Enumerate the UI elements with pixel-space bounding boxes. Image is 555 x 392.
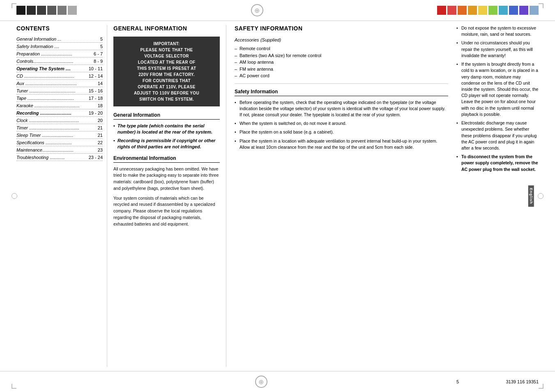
top-bar: ⊕ — [0, 0, 555, 21]
toc-page-aux: 14 — [98, 81, 103, 86]
toc-page-cd: 12 - 14 — [89, 74, 103, 78]
toc-title-maintenance: Maintenance......................... — [16, 148, 74, 152]
important-line8: OPERATE AT 110V, PLEASE — [117, 84, 216, 90]
toc-title-recording: Recording ......................... — [16, 111, 71, 115]
general-info-subsection-title: General Information — [113, 112, 220, 120]
toc-page-sleep-timer: 21 — [98, 133, 103, 138]
toc-title-cd: CD .....................................… — [16, 74, 74, 78]
safety-main: SAFETY INFORMATION Accessories (Supplied… — [235, 25, 448, 367]
acc-batteries: Batteries (two AA size) for remote contr… — [235, 52, 448, 59]
important-line10: SWITCH ON THE SYSTEM. — [117, 96, 216, 102]
important-line6: 220V FROM THE FACTORY. — [117, 71, 216, 78]
toc-title-tuner: Tuner ..................................… — [16, 88, 76, 93]
page-number: 5 — [456, 379, 459, 384]
environmental-text1: All unnecessary packaging has been omitt… — [113, 166, 220, 192]
safety-section-title: Safety Information — [235, 89, 448, 96]
acc-am: AM loop antenna — [235, 59, 448, 66]
color-block-r3 — [458, 6, 467, 15]
general-info-title: GENERAL INFORMATION — [113, 25, 220, 32]
bullet-type-plate: The type plate (which contains the seria… — [113, 123, 220, 136]
color-block-r1 — [437, 6, 446, 15]
toc-item-timer: Timer ..................................… — [16, 125, 103, 131]
toc-item-preparation: Preparation ......................... 6 … — [16, 51, 103, 58]
toc-item-specifications: Specifications ..................... 22 — [16, 140, 103, 146]
color-block-6 — [68, 6, 77, 15]
color-block-r4 — [468, 6, 477, 15]
toc-page-recording: 19 - 20 — [89, 111, 103, 115]
toc-page-tuner: 15 - 16 — [89, 88, 103, 93]
toc-page-preparation: 6 - 7 — [94, 51, 103, 56]
bullet-recording: Recording is permissible if copyright or… — [113, 138, 220, 150]
important-line2: PLEASE NOTE THAT THE — [117, 47, 216, 53]
toc-page-general-info: 5 — [100, 37, 103, 42]
important-line7: FOR COUNTRIES THAT — [117, 78, 216, 84]
toc-page-troubleshooting: 23 - 24 — [89, 155, 103, 160]
safety-right-1: Do not expose the system to excessive mo… — [456, 25, 539, 37]
important-line1: IMPORTANT: — [117, 41, 216, 47]
english-tab: English — [528, 185, 534, 207]
color-block-5 — [58, 6, 67, 15]
color-block-r6 — [488, 6, 497, 15]
environmental-text2: Your system consists of materials which … — [113, 195, 220, 228]
acc-fm: FM wire antenna — [235, 66, 448, 73]
important-line9: ADJUST TO 110V BEFORE YOU — [117, 90, 216, 96]
toc-page-operating: 10 - 11 — [89, 66, 103, 71]
color-blocks-left — [16, 6, 77, 15]
toc-title-karaoke: Karaoke ................................… — [16, 103, 80, 108]
important-line3: VOLTAGE SELECTOR — [117, 53, 216, 59]
accessories-title: Accessories (Supplied) — [235, 37, 448, 43]
compass-icon-bottom: ⊕ — [255, 376, 267, 388]
toc-item-troubleshooting: Troubleshooting ............ 23 - 24 — [16, 155, 103, 161]
acc-power: AC power cord — [235, 72, 448, 79]
toc-title-troubleshooting: Troubleshooting ............ — [16, 155, 65, 160]
toc-title-general-info: General Information ... — [16, 37, 61, 42]
safety-right-2: Under no circumstances should you repair… — [456, 40, 539, 59]
color-block-1 — [16, 6, 25, 15]
safety-bullet-4: Place the system in a location with adeq… — [235, 138, 448, 150]
toc-item-sleep-timer: Sleep Timer ......................... 21 — [16, 133, 103, 139]
top-center: ⊕ — [85, 4, 429, 16]
toc-item-recording: Recording ......................... 19 -… — [16, 111, 103, 117]
color-block-r9 — [519, 6, 528, 15]
toc-title-preparation: Preparation ......................... — [16, 51, 72, 56]
safety-info-column: SAFETY INFORMATION Accessories (Supplied… — [226, 25, 539, 367]
safety-right-5: To disconnect the system from the power … — [456, 154, 539, 173]
toc-page-tape: 17 - 18 — [89, 96, 103, 101]
toc-page-safety-info: 5 — [100, 44, 103, 49]
toc-item-tape: Tape ...................................… — [16, 96, 103, 102]
safety-bullet-3: Place the system on a solid base (e.g. a… — [235, 129, 448, 135]
toc-item-operating: Operating The System .... 10 - 11 — [16, 66, 103, 72]
safety-right-column: Do not expose the system to excessive mo… — [456, 25, 539, 367]
toc-title-sleep-timer: Sleep Timer ......................... — [16, 133, 74, 138]
color-block-2 — [27, 6, 36, 15]
toc-item-karaoke: Karaoke ................................… — [16, 103, 103, 109]
toc-item-tuner: Tuner ..................................… — [16, 88, 103, 95]
safety-bullets: Before operating the system, check that … — [235, 99, 448, 151]
general-info-bullets: The type plate (which contains the seria… — [113, 123, 220, 150]
safety-right-3: If the system is brought directly from a… — [456, 61, 539, 118]
color-block-r5 — [478, 6, 487, 15]
footer-right: 5 3139 116 19351 — [456, 379, 539, 384]
safety-bullet-1: Before operating the system, check that … — [235, 99, 448, 118]
color-blocks-right — [437, 6, 539, 15]
toc-item-controls: Controls................................… — [16, 59, 103, 65]
toc-title-safety-info: Safety Information .... — [16, 44, 60, 49]
toc-item-cd: CD .....................................… — [16, 74, 103, 80]
toc-item-clock: Clock ..................................… — [16, 118, 103, 124]
toc-title-controls: Controls................................ — [16, 59, 74, 64]
toc-page-maintenance: 23 — [98, 148, 103, 152]
toc-title-aux: Aux ....................................… — [16, 81, 77, 86]
page: ⊕ CONTENTS General Information ... 5 — [0, 0, 555, 392]
important-line5: THIS SYSTEM IS PRESET AT — [117, 65, 216, 71]
contents-title: CONTENTS — [16, 25, 103, 32]
toc-list: General Information ... 5 Safety Informa… — [16, 37, 103, 161]
main-content: CONTENTS General Information ... 5 Safet… — [0, 21, 555, 371]
important-box: IMPORTANT: PLEASE NOTE THAT THE VOLTAGE … — [113, 37, 220, 106]
accessories-list: Remote control Batteries (two AA size) f… — [235, 45, 448, 84]
contents-column: CONTENTS General Information ... 5 Safet… — [16, 25, 107, 367]
safety-right-4: Electrostatic discharge may cause unexpe… — [456, 120, 539, 151]
color-block-r2 — [447, 6, 456, 15]
general-info-column: GENERAL INFORMATION IMPORTANT: PLEASE NO… — [107, 25, 226, 367]
toc-item-maintenance: Maintenance......................... 23 — [16, 148, 103, 154]
toc-title-tape: Tape ...................................… — [16, 96, 74, 101]
